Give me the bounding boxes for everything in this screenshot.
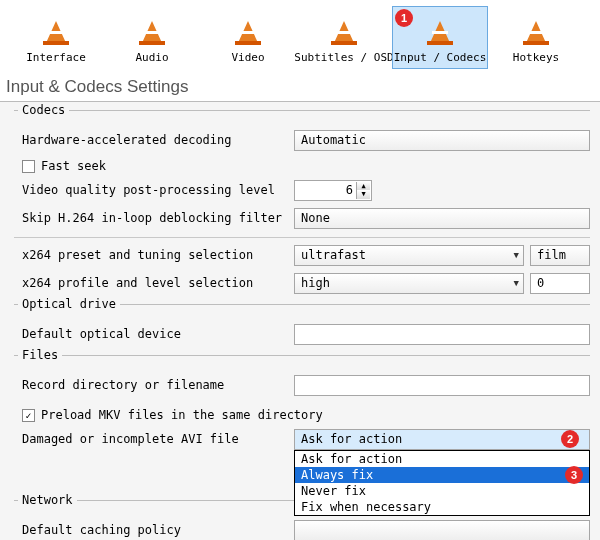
x264-preset-label: x264 preset and tuning selection	[14, 248, 294, 262]
separator	[14, 237, 590, 238]
cone-icon	[38, 11, 74, 47]
skip-h264-select[interactable]: None	[294, 208, 590, 229]
tab-input-codecs[interactable]: 1 Input / Codecs	[392, 6, 488, 69]
callout-badge-1: 1	[395, 9, 413, 27]
dropdown-option[interactable]: Ask for action	[295, 451, 589, 467]
group-codecs: Codecs Hardware-accelerated decoding Aut…	[14, 110, 590, 296]
board-cone-icon	[326, 11, 362, 47]
tab-audio[interactable]: Audio	[104, 6, 200, 69]
select-value: high	[301, 276, 330, 290]
caching-policy-label: Default caching policy	[14, 523, 294, 537]
tab-interface[interactable]: Interface	[8, 6, 104, 69]
select-value: Automatic	[301, 133, 366, 147]
default-optical-input[interactable]	[294, 324, 590, 345]
group-files: Files Record directory or filename ✓ Pre…	[14, 355, 590, 452]
callout-badge-2: 2	[561, 430, 579, 448]
fast-seek-checkbox[interactable]	[22, 160, 35, 173]
tab-label: Audio	[135, 51, 168, 64]
tab-label: Video	[231, 51, 264, 64]
group-title: Files	[18, 348, 62, 362]
settings-panel: Codecs Hardware-accelerated decoding Aut…	[0, 110, 600, 540]
tab-label: Subtitles / OSD	[294, 51, 393, 64]
hw-decoding-select[interactable]: Automatic	[294, 130, 590, 151]
x264-tuning-select[interactable]: film	[530, 245, 590, 266]
preload-mkv-label: Preload MKV files in the same directory	[41, 408, 323, 422]
vq-spinbox[interactable]: 6 ▲ ▼	[294, 180, 372, 201]
group-title: Network	[18, 493, 77, 507]
hw-decoding-label: Hardware-accelerated decoding	[14, 133, 294, 147]
skip-h264-label: Skip H.264 in-loop deblocking filter	[14, 211, 294, 225]
group-title: Optical drive	[18, 297, 120, 311]
dropdown-option[interactable]: Never fix	[295, 483, 589, 499]
tab-hotkeys[interactable]: Hotkeys	[488, 6, 584, 69]
tab-label: Input / Codecs	[394, 51, 487, 64]
callout-badge-3: 3	[565, 466, 583, 484]
caching-policy-select[interactable]	[294, 520, 590, 541]
cone-icon	[518, 11, 554, 47]
tab-label: Interface	[26, 51, 86, 64]
chevron-down-icon: ▼	[514, 278, 519, 288]
vq-label: Video quality post-processing level	[14, 183, 294, 197]
damaged-avi-select[interactable]: Ask for action 2	[294, 429, 590, 450]
damaged-avi-dropdown-list: Ask for action Always fix 3 Never fix Fi…	[294, 450, 590, 516]
chevron-down-icon: ▼	[514, 250, 519, 260]
headphones-cone-icon	[134, 11, 170, 47]
dropdown-option[interactable]: Fix when necessary	[295, 499, 589, 515]
spin-up-icon[interactable]: ▲	[356, 182, 370, 191]
tab-label: Hotkeys	[513, 51, 559, 64]
damaged-avi-label: Damaged or incomplete AVI file	[14, 432, 294, 446]
group-title: Codecs	[18, 103, 69, 117]
select-value: None	[301, 211, 330, 225]
preload-mkv-checkbox[interactable]: ✓	[22, 409, 35, 422]
x264-preset-select[interactable]: ultrafast ▼	[294, 245, 524, 266]
settings-toolbar: Interface Audio Video Subtitles / OSD 1 …	[0, 0, 600, 69]
tab-subtitles[interactable]: Subtitles / OSD	[296, 6, 392, 69]
input-value: 0	[537, 276, 544, 290]
clapper-cone-icon	[230, 11, 266, 47]
x264-level-input[interactable]: 0	[530, 273, 590, 294]
spin-down-icon[interactable]: ▼	[356, 190, 370, 199]
dropdown-option[interactable]: Always fix 3	[295, 467, 589, 483]
wrench-cone-icon	[422, 11, 458, 47]
fast-seek-label: Fast seek	[41, 159, 106, 173]
record-dir-input[interactable]	[294, 375, 590, 396]
page-title: Input & Codecs Settings	[0, 69, 600, 102]
select-value: ultrafast	[301, 248, 366, 262]
select-value: Ask for action	[301, 432, 402, 446]
select-value: film	[537, 248, 566, 262]
tab-video[interactable]: Video	[200, 6, 296, 69]
group-optical: Optical drive Default optical device	[14, 304, 590, 347]
x264-profile-select[interactable]: high ▼	[294, 273, 524, 294]
record-dir-label: Record directory or filename	[14, 378, 294, 392]
x264-profile-label: x264 profile and level selection	[14, 276, 294, 290]
default-optical-label: Default optical device	[14, 327, 294, 341]
